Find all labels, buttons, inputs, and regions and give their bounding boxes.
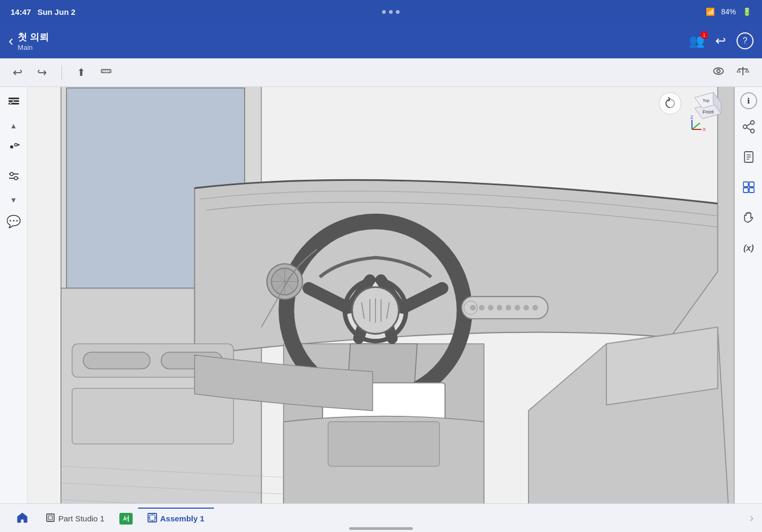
scroll-right-button[interactable]: ›: [750, 511, 754, 525]
measure-button[interactable]: [98, 63, 114, 82]
svg-rect-57: [328, 422, 439, 466]
svg-point-12: [10, 102, 12, 104]
assembly-tab[interactable]: Assembly 1: [138, 508, 214, 529]
battery-icon: 🔋: [742, 7, 751, 16]
redo-button[interactable]: ↪: [35, 64, 49, 82]
svg-line-74: [747, 124, 751, 126]
status-left: 14:47 Sun Jun 2: [11, 7, 75, 16]
undo-button[interactable]: ↩: [11, 64, 24, 82]
cad-scene: Front Top Z X: [28, 87, 734, 503]
back-button[interactable]: ‹: [8, 32, 13, 49]
toolbar: ↩ ↪ ⬆: [0, 58, 762, 87]
balance-button[interactable]: [734, 63, 751, 82]
assembly-icon: [148, 513, 157, 525]
left-sidebar: ▲ ▼ 💬: [0, 87, 28, 503]
measure-icon: [100, 65, 112, 77]
view-settings-button[interactable]: [710, 63, 727, 82]
svg-point-37: [532, 305, 538, 310]
orient-reset-button[interactable]: [659, 92, 681, 115]
nav-title-sub: Main: [18, 43, 49, 51]
viewport[interactable]: Front Top Z X: [28, 87, 734, 503]
svg-point-33: [497, 305, 502, 310]
bottom-tabs: Part Studio 1 서 Assembly 1 ›: [0, 503, 762, 532]
home-indicator: [349, 527, 413, 530]
svg-point-14: [10, 145, 13, 149]
svg-point-6: [717, 69, 720, 73]
svg-point-5: [714, 68, 723, 74]
main-area: ▲ ▼ 💬: [0, 87, 762, 503]
dot3: [396, 10, 400, 14]
svg-point-32: [488, 305, 493, 310]
svg-text:Top: Top: [703, 98, 709, 103]
layers-icon[interactable]: [4, 92, 23, 114]
svg-point-20: [10, 172, 13, 176]
svg-rect-53: [83, 352, 150, 369]
svg-line-70: [692, 123, 700, 129]
document-icon[interactable]: [739, 147, 759, 170]
right-panel: ℹ: [734, 87, 762, 503]
home-tab[interactable]: [8, 506, 36, 530]
korean-badge: 서: [119, 513, 133, 525]
export-button[interactable]: ⬆: [75, 64, 88, 81]
balance-icon: [737, 65, 749, 77]
add-point-icon[interactable]: [4, 137, 23, 159]
svg-point-21: [14, 177, 18, 180]
nav-title-main: 첫 의뢰: [18, 31, 49, 43]
view-cube[interactable]: Front Top Z X: [687, 92, 729, 135]
svg-line-75: [747, 128, 751, 130]
svg-point-72: [743, 125, 747, 129]
status-center: [382, 10, 400, 14]
svg-rect-88: [150, 515, 155, 520]
svg-rect-83: [749, 188, 754, 193]
scroll-up-button[interactable]: ▲: [10, 121, 18, 130]
svg-point-73: [750, 129, 754, 133]
comment-icon[interactable]: 💬: [3, 212, 24, 232]
part-studio-icon: [46, 513, 55, 525]
status-time: 14:47: [11, 7, 31, 16]
svg-point-31: [479, 305, 484, 310]
loop-icon[interactable]: ↩: [715, 33, 726, 48]
nav-title: 첫 의뢰 Main: [18, 31, 49, 51]
people-badge: 1: [700, 31, 708, 39]
nav-left: ‹ 첫 의뢰 Main: [8, 31, 49, 51]
svg-point-71: [750, 121, 754, 125]
eye-settings-icon: [712, 65, 725, 77]
slider-icon[interactable]: [4, 167, 23, 188]
status-date: Sun Jun 2: [37, 7, 75, 16]
svg-point-30: [470, 305, 475, 310]
svg-point-36: [523, 305, 529, 310]
svg-text:Front: Front: [703, 109, 714, 115]
people-icon[interactable]: 👥 1: [689, 33, 705, 48]
car-interior-svg: [28, 87, 734, 503]
nav-right: 👥 1 ↩ ?: [689, 32, 754, 49]
share-icon[interactable]: [739, 117, 759, 139]
assembly-label: Assembly 1: [160, 514, 204, 523]
scroll-down-button[interactable]: ▼: [10, 196, 18, 204]
toolbar-right: [710, 63, 751, 82]
toolbar-divider-1: [62, 65, 62, 80]
svg-text:X: X: [703, 127, 706, 132]
svg-text:(x): (x): [743, 243, 754, 252]
svg-rect-9: [8, 98, 19, 99]
svg-point-15: [14, 144, 17, 146]
hand-icon[interactable]: [739, 207, 759, 230]
svg-rect-82: [743, 188, 748, 193]
grid3d-icon[interactable]: [739, 177, 759, 200]
nav-bar: ‹ 첫 의뢰 Main 👥 1 ↩ ?: [0, 23, 762, 58]
help-icon[interactable]: ?: [737, 32, 754, 49]
status-bar: 14:47 Sun Jun 2 📶 84% 🔋: [0, 0, 762, 23]
svg-rect-86: [48, 516, 53, 520]
svg-rect-81: [749, 182, 754, 187]
svg-point-34: [506, 305, 511, 310]
korean-tab[interactable]: 서: [114, 508, 138, 529]
info-panel-icon[interactable]: ℹ: [740, 92, 757, 109]
svg-point-13: [12, 100, 14, 102]
dot2: [389, 10, 393, 14]
part-studio-label: Part Studio 1: [58, 514, 105, 523]
svg-rect-55: [72, 388, 233, 444]
variable-icon[interactable]: (x): [739, 238, 759, 259]
dot1: [382, 10, 386, 14]
svg-text:Z: Z: [690, 115, 694, 120]
part-studio-tab[interactable]: Part Studio 1: [36, 508, 114, 529]
battery-label: 84%: [721, 7, 736, 16]
